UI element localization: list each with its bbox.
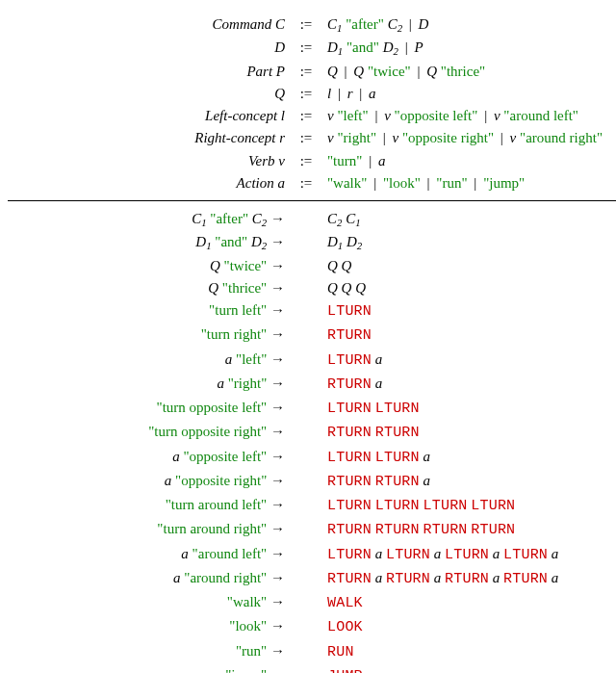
- rule-row: "turn around left" → LTURN LTURN LTURN L…: [8, 495, 616, 516]
- rule-row: a "around right" → RTURN a RTURN a RTURN…: [8, 568, 616, 589]
- rule-row: a "around left" → LTURN a LTURN a LTURN …: [8, 544, 616, 565]
- grammar-row: Action a := "walk" | "look" | "run" | "j…: [8, 173, 616, 193]
- rhs: C1 "after" C2 | D: [323, 14, 616, 35]
- rule-row: "turn opposite left" → LTURN LTURN: [8, 398, 616, 419]
- grammar-row: Right-concept r := v "right" | v "opposi…: [8, 128, 616, 147]
- rule-row: Q "twice" → Q Q: [8, 256, 616, 275]
- grammar-row: Q := l | r | a: [8, 84, 616, 103]
- rule-row: "walk" → WALK: [8, 592, 616, 613]
- rule-row: "look" → LOOK: [8, 616, 616, 637]
- rule-row: "jump" → JUMP: [8, 665, 616, 673]
- rule-row: a "opposite right" → RTURN RTURN a: [8, 471, 616, 492]
- rule-row: a "right" → RTURN a: [8, 374, 616, 395]
- rule-row: Q "thrice" → Q Q Q: [8, 278, 616, 298]
- grammar-row: Part P := Q | Q "twice" | Q "thrice": [8, 62, 616, 81]
- nt-command-c: Command C: [213, 16, 285, 32]
- grammar-row: D := D1 "and" D2 | P: [8, 38, 616, 58]
- rule-row: "turn around right" → RTURN RTURN RTURN …: [8, 519, 616, 540]
- rule-row: "turn right" → RTURN: [8, 324, 616, 346]
- rule-row: a "opposite left" → LTURN LTURN a: [8, 447, 616, 468]
- divider: [8, 200, 616, 201]
- rule-row: "turn left" → LTURN: [8, 300, 616, 322]
- grammar-row: Left-concept l := v "left" | v "opposite…: [8, 106, 616, 125]
- grammar-row: Verb v := "turn" | a: [8, 151, 616, 170]
- rule-row: C1 "after" C2 → C2 C1: [8, 209, 616, 229]
- lhs: Command C: [8, 14, 289, 34]
- rule-row: D1 "and" D2 → D1 D2: [8, 232, 616, 252]
- rule-row: a "left" → LTURN a: [8, 349, 616, 371]
- rule-row: "turn opposite right" → RTURN RTURN: [8, 422, 616, 443]
- op: :=: [289, 14, 323, 34]
- grammar-row: Command C := C1 "after" C2 | D: [8, 14, 616, 35]
- rule-row: "run" → RUN: [8, 641, 616, 662]
